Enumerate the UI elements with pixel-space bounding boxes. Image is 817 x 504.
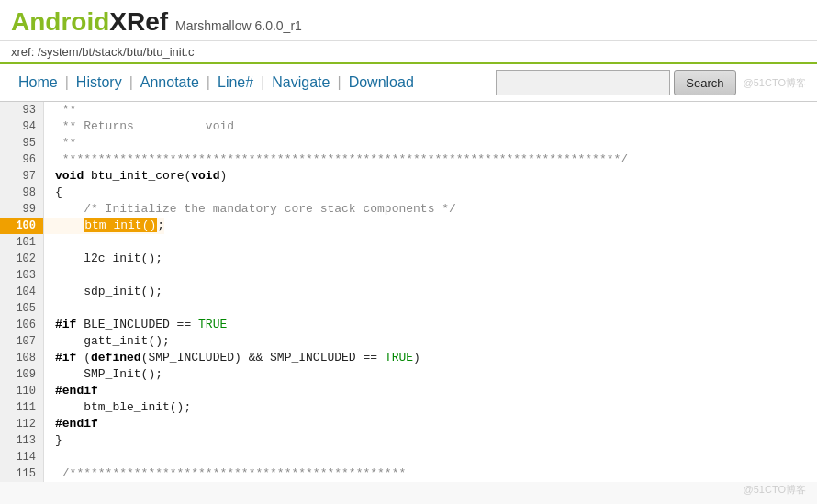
line-number: 105 bbox=[0, 300, 44, 317]
table-row: 98 { bbox=[0, 185, 817, 201]
line-code: gatt_init(); bbox=[44, 333, 170, 350]
line-number: 108 bbox=[0, 350, 44, 366]
table-row: 102 l2c_init(); bbox=[0, 251, 817, 267]
line-code: void btu_init_core(void) bbox=[44, 168, 227, 185]
table-row: 101 bbox=[0, 234, 817, 251]
line-number: 100 bbox=[0, 218, 44, 234]
table-row: 106 #if BLE_INCLUDED == TRUE bbox=[0, 317, 817, 333]
line-number: 106 bbox=[0, 317, 44, 333]
logo-android: Android bbox=[11, 7, 109, 36]
line-number: 99 bbox=[0, 201, 44, 218]
line-number: 111 bbox=[0, 399, 44, 416]
line-number: 114 bbox=[0, 449, 44, 465]
nav-annotate[interactable]: Annotate bbox=[133, 71, 207, 95]
table-row: 110 #endif bbox=[0, 383, 817, 399]
table-row: 104 sdp_init(); bbox=[0, 284, 817, 300]
line-number: 112 bbox=[0, 416, 44, 432]
line-code: ** bbox=[44, 102, 76, 118]
line-code: l2c_init(); bbox=[44, 251, 162, 267]
line-code: /***************************************… bbox=[44, 465, 406, 482]
header: AndroidXRefMarshmallow 6.0.0_r1 bbox=[0, 0, 817, 41]
logo: AndroidXRefMarshmallow 6.0.0_r1 bbox=[11, 7, 302, 36]
line-number: 103 bbox=[0, 267, 44, 284]
line-code: { bbox=[44, 185, 62, 201]
breadcrumb: xref: /system/bt/stack/btu/btu_init.c bbox=[0, 41, 817, 64]
table-row: 100 btm_init(); bbox=[0, 218, 817, 234]
line-code: #endif bbox=[44, 416, 98, 432]
table-row: 99 /* Initialize the mandatory core stac… bbox=[0, 201, 817, 218]
table-row: 114 bbox=[0, 449, 817, 465]
logo-version: Marshmallow 6.0.0_r1 bbox=[175, 18, 302, 33]
nav-history[interactable]: History bbox=[69, 71, 129, 95]
navbar: Home | History | Annotate | Line# | Navi… bbox=[0, 64, 817, 102]
table-row: 105 bbox=[0, 300, 817, 317]
table-row: 96 *************************************… bbox=[0, 151, 817, 168]
line-code: #if (defined(SMP_INCLUDED) && SMP_INCLUD… bbox=[44, 350, 420, 366]
line-number: 102 bbox=[0, 251, 44, 267]
line-code: #endif bbox=[44, 383, 98, 399]
table-row: 107 gatt_init(); bbox=[0, 333, 817, 350]
line-number: 94 bbox=[0, 118, 44, 135]
search-form: Search @51CTO博客 bbox=[496, 70, 806, 95]
line-number: 98 bbox=[0, 185, 44, 201]
line-number: 101 bbox=[0, 234, 44, 251]
table-row: 97 void btu_init_core(void) bbox=[0, 168, 817, 185]
line-code: sdp_init(); bbox=[44, 284, 162, 300]
line-code bbox=[44, 449, 62, 465]
nav-download[interactable]: Download bbox=[341, 71, 421, 95]
line-number: 93 bbox=[0, 102, 44, 118]
line-number: 104 bbox=[0, 284, 44, 300]
line-code: /* Initialize the mandatory core stack c… bbox=[44, 201, 456, 218]
line-number: 95 bbox=[0, 135, 44, 151]
line-number: 96 bbox=[0, 151, 44, 168]
watermark: @51CTO博客 bbox=[744, 76, 806, 90]
line-code bbox=[44, 234, 62, 251]
line-number: 113 bbox=[0, 432, 44, 449]
nav-line[interactable]: Line# bbox=[210, 71, 261, 95]
line-number: 109 bbox=[0, 366, 44, 383]
table-row: 108 #if (defined(SMP_INCLUDED) && SMP_IN… bbox=[0, 350, 817, 366]
line-code: btm_ble_init(); bbox=[44, 399, 191, 416]
table-row: 109 SMP_Init(); bbox=[0, 366, 817, 383]
line-code: ** bbox=[44, 135, 76, 151]
line-code: #if BLE_INCLUDED == TRUE bbox=[44, 317, 227, 333]
table-row: 95 ** bbox=[0, 135, 817, 151]
nav-navigate[interactable]: Navigate bbox=[264, 71, 337, 95]
line-code: ** Returns void bbox=[44, 118, 234, 135]
table-row: 113 } bbox=[0, 432, 817, 449]
table-row: 111 btm_ble_init(); bbox=[0, 399, 817, 416]
line-number: 115 bbox=[0, 465, 44, 482]
nav-home[interactable]: Home bbox=[11, 71, 65, 95]
line-number: 97 bbox=[0, 168, 44, 185]
logo-xref: XRef bbox=[109, 7, 168, 36]
line-code: } bbox=[44, 432, 62, 449]
table-row: 115 /***********************************… bbox=[0, 465, 817, 482]
code-area: 93 ** 94 ** Returns void 95 ** 96 ******… bbox=[0, 102, 817, 482]
table-row: 93 ** bbox=[0, 102, 817, 118]
line-code bbox=[44, 300, 62, 317]
search-button[interactable]: Search bbox=[674, 70, 735, 95]
line-number: 107 bbox=[0, 333, 44, 350]
line-code: btm_init(); bbox=[44, 218, 164, 234]
line-code: SMP_Init(); bbox=[44, 366, 162, 383]
line-number: 110 bbox=[0, 383, 44, 399]
search-input[interactable] bbox=[496, 70, 670, 95]
table-row: 94 ** Returns void bbox=[0, 118, 817, 135]
table-row: 103 bbox=[0, 267, 817, 284]
line-code: ****************************************… bbox=[44, 151, 628, 168]
line-code bbox=[44, 267, 62, 284]
table-row: 112 #endif bbox=[0, 416, 817, 432]
